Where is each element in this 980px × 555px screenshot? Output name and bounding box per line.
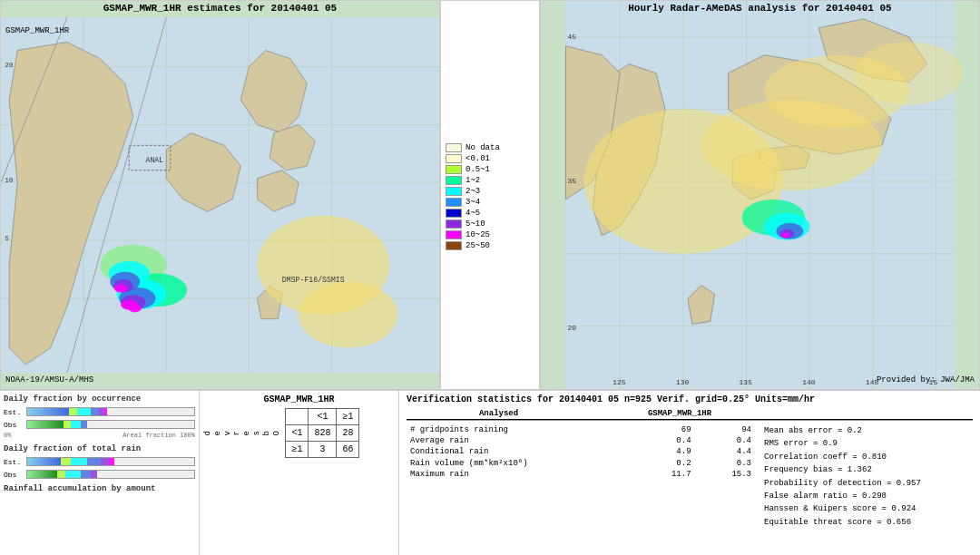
legend-item-nodata: No data xyxy=(446,143,534,152)
right-map-svg: 45 35 20 125 130 135 140 145 15 xyxy=(541,1,979,389)
svg-point-64 xyxy=(781,233,789,239)
est-label-1: Est. xyxy=(4,408,26,416)
verif-label-0: # gridpoints raining xyxy=(407,424,636,435)
stat-equitable-threat: Equitable threat score = 0.656 xyxy=(764,516,973,529)
bar-container-est2 xyxy=(26,457,195,466)
contingency-col-ge1: ≥1 xyxy=(337,409,359,425)
verif-row-0: # gridpoints raining 69 94 xyxy=(407,424,755,435)
verif-data-table: # gridpoints raining 69 94 Average rain … xyxy=(407,424,755,480)
legend-item-10to25: 10~25 xyxy=(446,230,534,239)
est-label-2: Est. xyxy=(4,458,26,466)
svg-text:140: 140 xyxy=(802,378,816,386)
bar-row-obs1: Obs xyxy=(4,420,195,429)
stat-correlation: Correlation coeff = 0.810 xyxy=(764,451,973,463)
verif-row-4: Maximum rain 11.7 15.3 xyxy=(407,469,755,480)
svg-text:ANAL: ANAL xyxy=(145,156,163,164)
bar-fill-obs1 xyxy=(27,421,64,428)
main-container: GSMAP_MWR_1HR estimates for 20140401 05 … xyxy=(0,0,980,555)
svg-text:35: 35 xyxy=(567,177,576,185)
contingency-row-ge1-label: ≥1 xyxy=(286,442,309,458)
bar-chart-title-2: Daily fraction of total rain xyxy=(4,444,195,453)
bar-container-obs1 xyxy=(26,420,195,429)
left-map-bottomleft-label: NOAA-19/AMSU-A/MHS xyxy=(5,375,93,385)
bar-row-obs2: Obs xyxy=(4,470,195,479)
stat-false-alarm: False alarm ratio = 0.298 xyxy=(764,490,973,502)
stat-mean-abs-error: Mean abs error = 0.2 xyxy=(764,424,973,437)
stat-hanssen-kuipers: Hanssen & Kuipers score = 0.924 xyxy=(764,502,973,515)
verif-sep-row xyxy=(407,420,973,421)
stat-pod: Probability of detection = 0.957 xyxy=(764,477,973,490)
contingency-table: <1 ≥1 <1 828 28 ≥1 3 66 xyxy=(285,408,359,458)
stat-rms-error: RMS error = 0.9 xyxy=(764,437,973,450)
observed-label-wrapper: Observed xyxy=(203,431,281,435)
bar-fill-est2 xyxy=(27,458,61,465)
svg-text:130: 130 xyxy=(676,378,690,386)
bottom-right-panel: Verification statistics for 20140401 05 … xyxy=(399,391,980,555)
svg-text:DMSP-F16/SSMIS: DMSP-F16/SSMIS xyxy=(282,276,345,284)
bottom-left-panel: Daily fraction by occurrence Est. Obs xyxy=(0,391,200,555)
bar-axis-1: 0% Areal fraction 100% xyxy=(4,432,195,439)
left-map-panel: GSMAP_MWR_1HR estimates for 20140401 05 … xyxy=(0,0,440,390)
bottom-center-panel: GSMAP_MWR_1HR Observed <1 ≥1 <1 828 xyxy=(200,391,399,555)
svg-text:125: 125 xyxy=(612,378,626,386)
svg-point-19 xyxy=(299,282,397,348)
contingency-row-lt1-label: <1 xyxy=(286,425,309,442)
bar-container-est1 xyxy=(26,407,195,416)
bar-fill-obs2 xyxy=(27,471,57,478)
right-map-bottomright-label: Provided by: JWA/JMA xyxy=(877,375,975,385)
contingency-val-lt1-ge1: 28 xyxy=(337,425,359,442)
obs-label-2: Obs xyxy=(4,471,26,479)
svg-text:45: 45 xyxy=(567,33,576,41)
svg-text:135: 135 xyxy=(740,378,753,386)
verif-gsmap-4: 15.3 xyxy=(706,469,755,480)
verif-analysed-3: 0.2 xyxy=(636,457,706,469)
verif-label-1: Average rain xyxy=(407,435,636,446)
legend-item-2to3: 2~3 xyxy=(446,187,534,196)
contingency-empty-cell xyxy=(286,409,309,425)
left-map-topleft-label: GSMAP_MWR_1HR xyxy=(5,26,69,35)
right-map-panel: Hourly Radar-AMeDAS analysis for 2014040… xyxy=(540,0,980,390)
legend-item-3to4: 3~4 xyxy=(446,198,534,207)
legend-item-4to5: 4~5 xyxy=(446,209,534,218)
right-map-title: Hourly Radar-AMeDAS analysis for 2014040… xyxy=(628,3,891,14)
contingency-table-wrapper: <1 ≥1 <1 828 28 ≥1 3 66 xyxy=(285,408,359,458)
contingency-val-ge1-ge1: 66 xyxy=(337,442,359,458)
verif-label-3: Rain volume (mm*km²x10⁶) xyxy=(407,457,636,469)
contingency-row-lt1: <1 828 28 xyxy=(286,425,359,442)
left-map-svg: 20 10 5 ANAL DMSP-F16/SSMIS xyxy=(1,1,439,389)
svg-text:5: 5 xyxy=(5,235,9,242)
contingency-row-ge1: ≥1 3 66 xyxy=(286,442,359,458)
verification-title: Verification statistics for 20140401 05 … xyxy=(407,394,973,404)
maps-row: GSMAP_MWR_1HR estimates for 20140401 05 … xyxy=(0,0,980,390)
svg-text:20: 20 xyxy=(5,62,14,69)
verif-col-label xyxy=(407,408,426,420)
verif-analysed-4: 11.7 xyxy=(636,469,706,480)
bottom-section: Daily fraction by occurrence Est. Obs xyxy=(0,390,980,555)
verif-analysed-1: 0.4 xyxy=(636,435,706,446)
verif-gsmap-2: 4.4 xyxy=(706,446,755,457)
contingency-val-lt1-lt1: 828 xyxy=(309,425,337,442)
verif-header-row: Analysed GSMAP_MWR_1HR xyxy=(407,408,973,420)
contingency-wrapper: Observed <1 ≥1 <1 828 28 xyxy=(203,408,395,458)
contingency-col-lt1: <1 xyxy=(309,409,337,425)
legend-item-05to1: 0.5~1 xyxy=(446,165,534,174)
legend-item-1to2: 1~2 xyxy=(446,176,534,185)
verif-col-analysed: Analysed xyxy=(426,408,586,420)
legend-panel: No data <0.01 0.5~1 1~2 2~3 3~4 xyxy=(440,0,540,390)
legend-item-5to10: 5~10 xyxy=(446,219,534,229)
verification-table: Analysed GSMAP_MWR_1HR xyxy=(407,408,973,421)
verif-left-col: # gridpoints raining 69 94 Average rain … xyxy=(407,424,755,529)
stat-freq-bias: Frequency bias = 1.362 xyxy=(764,463,973,476)
verif-gsmap-1: 0.4 xyxy=(706,435,755,446)
verif-col-gsmap: GSMAP_MWR_1HR xyxy=(586,408,773,420)
bar-row-est2: Est. xyxy=(4,457,195,466)
verif-analysed-2: 4.9 xyxy=(636,446,706,457)
svg-point-59 xyxy=(855,42,963,105)
bar-container-obs2 xyxy=(26,470,195,479)
verif-row-2: Conditional rain 4.9 4.4 xyxy=(407,446,755,457)
bar-chart-title-1: Daily fraction by occurrence xyxy=(4,394,195,404)
bar-row-est1: Est. xyxy=(4,407,195,416)
verif-row-1: Average rain 0.4 0.4 xyxy=(407,435,755,446)
left-map-title: GSMAP_MWR_1HR estimates for 20140401 05 xyxy=(103,3,337,14)
obs-label-1: Obs xyxy=(4,421,26,429)
